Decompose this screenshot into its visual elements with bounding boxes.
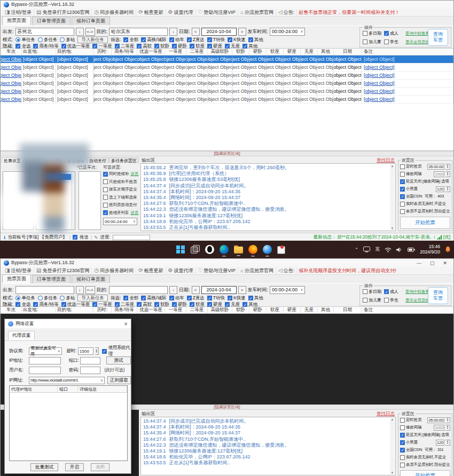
checkbox-icon[interactable] <box>242 302 247 307</box>
table-cell[interactable]: [object Object] <box>232 55 249 63</box>
table-cell[interactable]: [object Object] <box>1 72 22 79</box>
table-cell[interactable]: [object Object] <box>318 96 334 103</box>
table-cell[interactable]: [object Object] <box>93 80 112 87</box>
date-input[interactable]: 2024-10-04 <box>201 28 237 36</box>
checkbox-icon[interactable] <box>363 31 367 36</box>
column-header[interactable]: 硬座 <box>284 307 301 313</box>
interval-row[interactable]: 修改间隔1000▲▼ <box>400 424 450 431</box>
spinner-icon[interactable]: ▲▼ <box>445 440 450 446</box>
checkbox-icon[interactable] <box>384 289 389 294</box>
checkbox-icon[interactable] <box>248 37 253 42</box>
table-cell[interactable]: [object Object] <box>284 96 301 103</box>
column-header[interactable]: 其他 <box>318 307 334 313</box>
table-cell[interactable]: [object Object] <box>318 72 334 79</box>
train-type-filter[interactable]: T特快 <box>207 295 225 302</box>
checkbox-icon[interactable] <box>400 433 405 438</box>
username-input[interactable] <box>29 367 61 374</box>
radio-icon[interactable] <box>60 296 65 300</box>
table-cell[interactable]: [object Object] <box>318 64 334 71</box>
edge-browser-icon[interactable] <box>220 245 229 254</box>
volume-icon[interactable] <box>396 247 403 252</box>
column-header[interactable]: 硬卧 <box>249 49 267 55</box>
checkbox-icon[interactable] <box>103 195 108 200</box>
menu-item[interactable]: ⌂ 分流抢票官网 <box>238 267 276 274</box>
column-header[interactable]: 软座 <box>267 49 284 55</box>
show-all-prices-link[interactable]: 显示全部票价 <box>405 298 429 303</box>
start-grab-button[interactable]: 开始抢票 <box>400 470 450 476</box>
query-tickets-button[interactable]: 查询车票 <box>428 29 448 46</box>
table-cell[interactable]: [object Object] <box>22 88 56 95</box>
delay-close-row[interactable]: 延迟关闭 [修改间隔] 选项 <box>400 178 450 185</box>
table-cell[interactable]: [object Object] <box>301 88 318 95</box>
table-cell[interactable]: [object Object] <box>301 80 318 87</box>
column-header[interactable]: 一等座 <box>165 49 186 55</box>
table-cell[interactable]: [object Object] <box>93 96 112 103</box>
table-cell[interactable]: [object Object] <box>22 80 56 87</box>
table-cell[interactable]: [object Object] <box>22 64 56 71</box>
file-explorer-icon[interactable] <box>234 247 243 253</box>
column-header[interactable]: 商务/特等 <box>112 49 137 55</box>
child-checkbox[interactable]: 加儿童 <box>363 39 382 45</box>
table-cell[interactable]: [object Object] <box>284 55 301 63</box>
column-header[interactable]: 车次 <box>1 49 22 55</box>
column-header[interactable]: 商务/特等 <box>112 307 137 313</box>
table-row[interactable]: [object Object][object Object][object Ob… <box>1 64 453 72</box>
show-all-prices-link[interactable]: 显示全部票价 <box>405 39 429 45</box>
menu-item[interactable]: ⚙ 设置代理 <box>166 267 196 274</box>
multi-date-checkbox[interactable]: 多日期 <box>363 30 382 36</box>
checkbox-icon[interactable] <box>187 296 192 300</box>
radio-single-task[interactable]: 单任务 <box>15 295 35 302</box>
train-type-filter[interactable]: Z直达 <box>187 295 205 302</box>
chosen-trains-listbox[interactable] <box>79 171 101 230</box>
import-task-button[interactable]: 导入新任务 <box>77 295 108 302</box>
table-cell[interactable]: [object Object] <box>165 72 186 79</box>
table-row[interactable]: [object Object][object Object][object Ob… <box>1 80 453 88</box>
date-prev-button[interactable]: < <box>192 28 200 36</box>
table-row[interactable]: [object Object][object Object][object Ob… <box>1 72 453 80</box>
checkbox-icon[interactable] <box>172 302 177 307</box>
checkbox-icon[interactable] <box>400 463 405 467</box>
settings-tab[interactable]: 邮件通知 <box>43 157 65 163</box>
checkbox-icon[interactable] <box>207 37 212 42</box>
column-header[interactable]: 无座 <box>301 49 318 55</box>
table-cell[interactable]: [object Object] <box>1 64 22 71</box>
selected-seat-row[interactable] <box>37 174 74 180</box>
password-input[interactable] <box>80 367 100 374</box>
close-button[interactable]: ✕ <box>443 260 447 266</box>
table-cell[interactable]: [object Object] <box>249 88 267 95</box>
radio-multi-task[interactable]: 多任务 <box>38 37 58 43</box>
checkbox-icon[interactable] <box>123 296 128 300</box>
table-cell[interactable]: [object Object] <box>362 96 453 103</box>
column-header[interactable]: 无座 <box>301 307 318 313</box>
table-cell[interactable]: [object Object] <box>284 88 301 95</box>
checkbox-icon[interactable] <box>61 302 66 307</box>
search-log-link[interactable]: 查找日志 <box>377 411 395 417</box>
table-cell[interactable]: [object Object] <box>267 64 284 71</box>
proxy-list-table[interactable]: 代理IP地址端口详细信息 <box>9 385 128 461</box>
search-log-link[interactable]: 查找日志 <box>377 157 395 163</box>
checkbox-icon[interactable] <box>169 296 174 300</box>
settings-tab[interactable]: 微信通知 <box>65 157 87 163</box>
table-cell[interactable]: [object Object] <box>112 80 137 87</box>
date-next-button[interactable]: > <box>238 286 246 294</box>
spinner-icon[interactable]: ▲▼ <box>445 186 450 192</box>
checkbox-icon[interactable] <box>242 44 247 49</box>
checkbox-icon[interactable] <box>103 172 108 177</box>
table-cell[interactable]: [object Object] <box>318 80 334 87</box>
table-cell[interactable]: [object Object] <box>1 96 22 103</box>
checkbox-icon[interactable] <box>400 172 405 177</box>
option-row[interactable]: 只抢候补不抢票 <box>103 178 138 186</box>
table-cell[interactable]: [object Object] <box>232 96 249 103</box>
to-dropdown-button[interactable]: ↓ <box>169 28 177 36</box>
table-cell[interactable]: [object Object] <box>56 80 93 87</box>
table-cell[interactable]: [object Object] <box>208 80 232 87</box>
battery-icon[interactable] <box>408 248 415 252</box>
table-cell[interactable]: [object Object] <box>208 64 232 71</box>
tab-ticket-page[interactable]: 抢票页面 <box>2 16 31 25</box>
date-input[interactable]: 2024-10-04 <box>201 286 237 294</box>
checkbox-icon[interactable] <box>92 302 97 307</box>
table-cell[interactable]: [object Object] <box>334 88 362 95</box>
checkbox-icon[interactable] <box>384 39 389 44</box>
date-prev-button[interactable]: < <box>192 286 200 294</box>
column-header[interactable]: 软卧 <box>232 307 249 313</box>
